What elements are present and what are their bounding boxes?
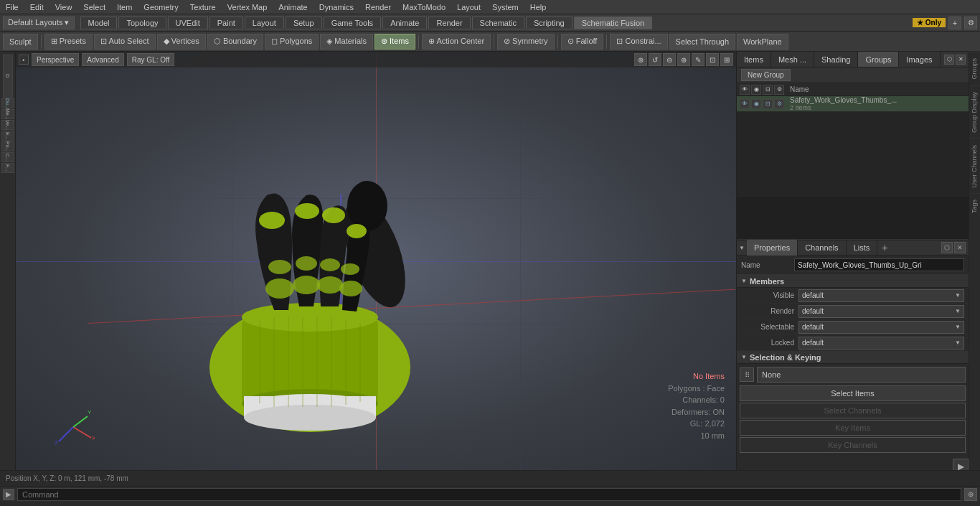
ptab-add-button[interactable]: + [877,240,892,256]
auto-select-button[interactable]: ⊡ Auto Select [94,34,156,50]
ptab-channels[interactable]: Channels [798,240,846,256]
select-channels-button[interactable]: Select Channels [740,403,966,418]
add-layout-button[interactable]: + [948,17,961,29]
action-center-button[interactable]: ⊕ Action Center [422,34,491,50]
boundary-button[interactable]: ⬡ Boundary [207,34,263,50]
viewport-icon-7[interactable]: ⊞ [720,53,733,66]
left-tool-1[interactable]: D [3,55,13,98]
panel-close-button[interactable]: ✕ [956,55,966,65]
tab-scripting[interactable]: Scripting [526,17,573,29]
layout-settings-button[interactable]: ⚙ [964,17,977,29]
key-items-button[interactable]: Key Items [740,420,966,436]
menu-animate[interactable]: Animate [273,1,313,13]
menu-geometry[interactable]: Geometry [138,1,184,13]
vertices-button[interactable]: ◆ Vertices [157,34,206,50]
tab-animate[interactable]: Animate [382,17,427,29]
render-dropdown[interactable]: default ▼ [798,305,964,318]
items-button[interactable]: ⊛ Items [374,34,415,50]
command-input[interactable] [17,488,961,501]
menu-vertex-map[interactable]: Vertex Map [222,1,273,13]
menu-system[interactable]: System [486,1,524,13]
command-arrow-button[interactable]: ▶ [3,489,14,500]
gtab-shading[interactable]: Shading [814,52,858,67]
left-tool-2[interactable]: Du... [1,98,14,108]
gi-eye-icon[interactable]: 👁 [740,99,750,109]
vtab-group-display[interactable]: Group Display [969,85,980,139]
tab-setup[interactable]: Setup [286,17,322,29]
vtab-groups[interactable]: Groups [969,52,980,85]
key-channels-button[interactable]: Key Channels [740,437,966,453]
tab-paint[interactable]: Paint [209,17,243,29]
falloff-button[interactable]: ⊙ Falloff [561,34,604,50]
left-tool-5[interactable]: E... [1,131,14,141]
viewport-icon-1[interactable]: ⊕ [634,53,647,66]
group-item-0[interactable]: 👁 ◉ ⊡ ⚙ Safety_Work_Gloves_Thumbs_... 2 … [737,96,969,112]
expand-right-button[interactable]: ▶ [953,459,969,470]
render-col-icon[interactable]: ◉ [751,85,761,95]
viewport-icon-4[interactable]: ⊕ [677,53,690,66]
gtab-items[interactable]: Items [737,52,771,67]
advanced-button[interactable]: Advanced [82,53,123,66]
left-tool-8[interactable]: F... [1,163,14,173]
menu-help[interactable]: Help [524,1,552,13]
viewport-icon-3[interactable]: ⊖ [663,53,676,66]
layout-dropdown[interactable]: Default Layouts ▾ [3,17,75,29]
left-tool-7[interactable]: C... [1,152,14,162]
ptab-properties[interactable]: Properties [747,240,798,256]
ptab-lists[interactable]: Lists [847,240,878,256]
tab-render[interactable]: Render [428,17,470,29]
panel-expand-button[interactable]: ⬡ [944,55,954,65]
menu-dynamics[interactable]: Dynamics [314,1,359,13]
menu-file[interactable]: File [0,1,24,13]
sculpt-button[interactable]: Sculpt [3,34,38,50]
viewport-icon-5[interactable]: ✎ [692,53,705,66]
perspective-button[interactable]: Perspective [32,53,79,66]
select-items-button[interactable]: Select Items [740,385,966,401]
props-icon-1[interactable]: ⬡ [941,242,953,253]
gtab-mesh[interactable]: Mesh ... [771,52,814,67]
lock-col-icon[interactable]: ⊡ [763,85,773,95]
ray-gl-button[interactable]: Ray GL: Off [127,53,175,66]
menu-select[interactable]: Select [77,1,111,13]
star-badge[interactable]: ★ Only [913,18,946,27]
symmetry-button[interactable]: ⊘ Symmetry [497,34,555,50]
tab-schematic[interactable]: Schematic [472,17,524,29]
select-through-button[interactable]: Select Through [669,34,735,50]
left-tool-4[interactable]: Ve... [1,120,14,130]
menu-maxtomodo[interactable]: MaxToModo [397,1,451,13]
tab-model[interactable]: Model [80,17,118,29]
tab-layout[interactable]: Layout [245,17,284,29]
gi-gear-icon[interactable]: ⚙ [774,99,784,109]
constraints-button[interactable]: ⊡ Constrai... [610,34,667,50]
workplane-button[interactable]: WorkPlane [737,34,788,50]
menu-view[interactable]: View [50,1,78,13]
props-collapse-icon[interactable]: ▼ [737,240,747,256]
gi-lock-icon[interactable]: ⊡ [763,99,773,109]
gi-render-icon[interactable]: ◉ [751,99,761,109]
viewport-icon-2[interactable]: ↺ [649,53,661,66]
visible-dropdown[interactable]: default ▼ [798,289,964,302]
polygons-button[interactable]: ◻ Polygons [265,34,319,50]
tab-game-tools[interactable]: Game Tools [324,17,382,29]
keying-dots-icon[interactable]: ⠿ [740,367,754,382]
menu-item[interactable]: Item [111,1,138,13]
menu-render[interactable]: Render [359,1,397,13]
selectable-dropdown[interactable]: default ▼ [798,321,964,334]
tab-schematic-fusion[interactable]: Schematic Fusion [574,17,652,29]
command-search-button[interactable]: ⊕ [964,488,977,501]
props-icon-2[interactable]: ✕ [954,242,966,253]
gtab-images[interactable]: Images [899,52,940,67]
vtab-tags[interactable]: Tags [969,193,980,219]
viewport-toggle[interactable]: ▪ [19,55,29,65]
left-tool-3[interactable]: Me... [1,109,14,119]
tab-uvedit[interactable]: UVEdit [168,17,208,29]
menu-edit[interactable]: Edit [24,1,50,13]
vtab-user-channels[interactable]: User Channels [969,139,980,194]
viewport[interactable]: ▪ Perspective Advanced Ray GL: Off ⊕ ↺ ⊖… [16,52,736,470]
gtab-groups[interactable]: Groups [858,52,899,67]
viewport-icon-6[interactable]: ⊡ [706,53,719,66]
name-input[interactable] [794,258,964,271]
presets-button[interactable]: ⊞ Presets [44,34,93,50]
selection-keying-header[interactable]: ▼ Selection & Keying [737,351,969,364]
gear-col-icon[interactable]: ⚙ [774,85,784,95]
